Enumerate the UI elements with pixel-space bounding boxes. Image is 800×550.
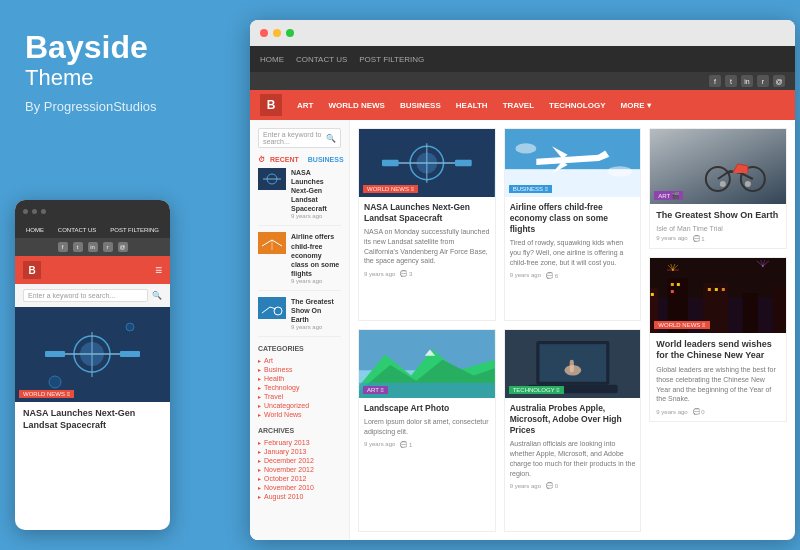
svg-rect-42 bbox=[651, 293, 654, 296]
header-nav-travel[interactable]: TRAVEL bbox=[503, 101, 534, 110]
landscape-comments: 💬 1 bbox=[400, 441, 412, 448]
desktop-nav-contact[interactable]: CONTACT US bbox=[296, 55, 347, 64]
desktop-top-bar bbox=[250, 20, 795, 46]
header-nav-business[interactable]: BUSINESS bbox=[400, 101, 441, 110]
hamburger-icon[interactable]: ≡ bbox=[155, 263, 162, 277]
instagram-icon[interactable]: in bbox=[741, 75, 753, 87]
close-dot[interactable] bbox=[260, 29, 268, 37]
mobile-dot-1 bbox=[23, 209, 28, 214]
mobile-dot-3 bbox=[41, 209, 46, 214]
desktop-nav-home[interactable]: HOME bbox=[260, 55, 284, 64]
ny-meta: 9 years ago 💬 0 bbox=[656, 408, 780, 415]
sidebar-post-2[interactable]: Airline offers child-free economy class … bbox=[258, 232, 341, 290]
landscape-title: Landscape Art Photo bbox=[364, 403, 490, 414]
archive-jan-2013[interactable]: January 2013 bbox=[258, 447, 341, 456]
ny-date: 9 years ago bbox=[656, 409, 687, 415]
desktop-social-bar: f t in r @ bbox=[250, 72, 795, 90]
instagram-icon[interactable]: in bbox=[88, 242, 98, 252]
article-nasa[interactable]: WORLD NEWS ≡ NASA Launches Next-Gen Land… bbox=[358, 128, 496, 321]
mobile-nav-home[interactable]: HOME bbox=[26, 227, 44, 233]
archive-nov-2012[interactable]: November 2012 bbox=[258, 465, 341, 474]
header-nav-worldnews[interactable]: WORLD NEWS bbox=[328, 101, 384, 110]
desktop-body: Enter a keyword to search... 🔍 ⏱ RECENT … bbox=[250, 120, 795, 540]
cat-health[interactable]: Health bbox=[258, 374, 341, 383]
svg-rect-39 bbox=[743, 293, 758, 333]
svg-rect-48 bbox=[715, 288, 718, 291]
svg-point-8 bbox=[126, 323, 134, 331]
rss-icon[interactable]: r bbox=[757, 75, 769, 87]
svg-rect-6 bbox=[120, 351, 140, 357]
minimize-dot[interactable] bbox=[273, 29, 281, 37]
article-airline[interactable]: BUSINESS ≡ Airline offers child-free eco… bbox=[504, 128, 642, 321]
archive-nov-2010[interactable]: November 2010 bbox=[258, 483, 341, 492]
cat-worldnews[interactable]: World News bbox=[258, 410, 341, 419]
twitter-icon[interactable]: t bbox=[725, 75, 737, 87]
greatest-body: The Greatest Show On Earth Isle of Man T… bbox=[650, 204, 786, 248]
mobile-hero-badge: WORLD NEWS ≡ bbox=[19, 390, 74, 398]
mobile-search-input[interactable]: Enter a keyword to search... bbox=[23, 289, 148, 302]
clock-icon: ⏱ bbox=[258, 156, 265, 163]
archives-title: ARCHIVES bbox=[258, 427, 341, 434]
article-thumb-nasa: WORLD NEWS ≡ bbox=[359, 129, 495, 197]
ny-comments: 💬 0 bbox=[693, 408, 705, 415]
nasa-body: NASA Launches Next-Gen Landsat Spacecraf… bbox=[359, 197, 495, 282]
svg-rect-71 bbox=[569, 360, 573, 373]
sidebar-search-input[interactable]: Enter a keyword to search... bbox=[263, 131, 326, 145]
svg-rect-21 bbox=[382, 160, 399, 166]
nasa-excerpt: NASA on Monday successfully launched its… bbox=[364, 227, 490, 266]
cat-uncategorized[interactable]: Uncategorized bbox=[258, 401, 341, 410]
search-icon[interactable]: 🔍 bbox=[326, 134, 336, 143]
sidebar-post-3[interactable]: The Greatest Show On Earth 9 years ago bbox=[258, 297, 341, 337]
categories-title: CATEGORIES bbox=[258, 345, 341, 352]
airline-badge: BUSINESS ≡ bbox=[509, 185, 553, 193]
sidebar-post-info-3: The Greatest Show On Earth 9 years ago bbox=[291, 297, 341, 330]
sidebar-post-1[interactable]: NASA Launches Next-Gen Landsat Spacecraf… bbox=[258, 168, 341, 226]
greatest-sub: Isle of Man Time Trial bbox=[656, 225, 780, 232]
email-icon[interactable]: @ bbox=[118, 242, 128, 252]
brand-panel: Bayside Theme By ProgressionStudios HOME… bbox=[0, 0, 240, 550]
sidebar-thumb-greatest bbox=[258, 297, 286, 319]
archive-oct-2012[interactable]: October 2012 bbox=[258, 474, 341, 483]
facebook-icon[interactable]: f bbox=[58, 242, 68, 252]
mobile-nav-post[interactable]: POST FILTERING bbox=[110, 227, 159, 233]
mobile-mockup: HOME CONTACT US POST FILTERING f t in r … bbox=[15, 200, 170, 530]
email-icon[interactable]: @ bbox=[773, 75, 785, 87]
rss-icon[interactable]: r bbox=[103, 242, 113, 252]
cat-technology[interactable]: Technology bbox=[258, 383, 341, 392]
desktop-nav-post[interactable]: POST FILTERING bbox=[359, 55, 424, 64]
article-greatest-show[interactable]: ART 🎬 The Greatest Show On Earth Isle of… bbox=[649, 128, 787, 249]
archive-dec-2012[interactable]: December 2012 bbox=[258, 456, 341, 465]
airline-body: Airline offers child-free economy class … bbox=[505, 197, 641, 284]
header-nav-technology[interactable]: TECHNOLOGY bbox=[549, 101, 605, 110]
article-australia[interactable]: TECHNOLOGY ≡ Australia Probes Apple, Mic… bbox=[504, 329, 642, 532]
header-nav-art[interactable]: ART bbox=[297, 101, 313, 110]
archive-aug-2010[interactable]: August 2010 bbox=[258, 492, 341, 501]
nasa-title: NASA Launches Next-Gen Landsat Spacecraf… bbox=[364, 202, 490, 224]
facebook-icon[interactable]: f bbox=[709, 75, 721, 87]
brand-by: By ProgressionStudios bbox=[25, 99, 215, 114]
sidebar-post-info-1: NASA Launches Next-Gen Landsat Spacecraf… bbox=[291, 168, 341, 219]
article-chinese-new-year[interactable]: WORLD NEWS ≡ World leaders send wishes f… bbox=[649, 257, 787, 423]
cat-art[interactable]: Art bbox=[258, 356, 341, 365]
mobile-nav-contact[interactable]: CONTACT US bbox=[58, 227, 96, 233]
cat-business[interactable]: Business bbox=[258, 365, 341, 374]
cat-travel[interactable]: Travel bbox=[258, 392, 341, 401]
sidebar-search[interactable]: Enter a keyword to search... 🔍 bbox=[258, 128, 341, 148]
sidebar-post-title-2: Airline offers child-free economy class … bbox=[291, 232, 341, 277]
greatest-thumb: ART 🎬 bbox=[650, 129, 786, 204]
article-landscape[interactable]: ART ≡ Landscape Art Photo Lorem ipsum do… bbox=[358, 329, 496, 532]
main-content: WORLD NEWS ≡ NASA Launches Next-Gen Land… bbox=[350, 120, 795, 540]
search-icon[interactable]: 🔍 bbox=[152, 291, 162, 300]
twitter-icon[interactable]: t bbox=[73, 242, 83, 252]
sidebar: Enter a keyword to search... 🔍 ⏱ RECENT … bbox=[250, 120, 350, 540]
sidebar-post-date-1: 9 years ago bbox=[291, 213, 341, 219]
nasa-badge: WORLD NEWS ≡ bbox=[363, 185, 418, 193]
archive-feb-2013[interactable]: February 2013 bbox=[258, 438, 341, 447]
header-nav-health[interactable]: HEALTH bbox=[456, 101, 488, 110]
maximize-dot[interactable] bbox=[286, 29, 294, 37]
svg-rect-49 bbox=[722, 288, 725, 291]
australia-meta: 9 years ago 💬 0 bbox=[510, 482, 636, 489]
greatest-date: 9 years ago bbox=[656, 235, 687, 241]
australia-badge: TECHNOLOGY ≡ bbox=[509, 386, 564, 394]
header-nav-more[interactable]: MORE ▾ bbox=[621, 101, 651, 110]
